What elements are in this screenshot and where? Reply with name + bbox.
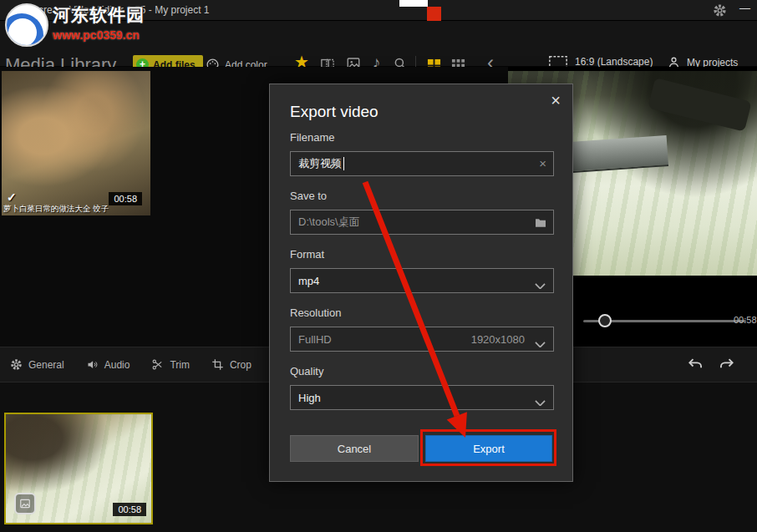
app-window: Icecream Video Editor 1.55 - My project … [0,0,757,532]
save-to-label: Save to [290,190,327,202]
resolution-value: FullHD [298,333,332,346]
playback-total-time: 00:58 [734,315,757,325]
red-marker [427,7,441,21]
quality-value: High [298,392,321,404]
trim-tool-button[interactable]: Trim [151,358,190,371]
save-to-value: D:\tools\桌面 [298,215,360,230]
crop-icon [211,358,224,371]
clip-caption: 萝卜白菜日常的做法大全 饺子 [3,204,149,215]
crop-tool-label: Crop [230,359,251,371]
clip-media-type-icon [14,493,36,514]
timeline-clip-duration-badge: 00:58 [113,503,146,516]
scissors-icon [151,358,164,371]
window-title: Icecream Video Editor 1.55 - My project … [25,4,210,16]
minimize-button[interactable]: — [739,2,750,14]
audio-tool-label: Audio [104,359,130,371]
quality-select[interactable]: High [290,385,554,410]
resolution-label: Resolution [290,307,341,319]
folder-browse-icon[interactable] [534,216,547,230]
resolution-select[interactable]: FullHD 1920x1080 [290,327,554,352]
selected-checkmark-icon: ✓ [7,190,17,204]
filename-label: Filename [290,131,334,144]
aspect-ratio-label: 16:9 (Landscape) [575,56,653,68]
text-cursor [343,157,344,170]
format-value: mp4 [298,275,319,287]
speaker-icon [86,358,99,371]
playback-slider-knob[interactable] [598,314,612,327]
general-tool-button[interactable]: General [10,358,64,371]
cancel-button[interactable]: Cancel [290,435,419,462]
export-button[interactable]: Export [425,435,552,462]
general-tool-label: General [28,359,64,371]
clear-filename-icon[interactable]: × [539,156,546,170]
export-dialog: × Export video Filename 裁剪视频 × Save to D… [269,84,573,482]
dialog-title: Export video [290,103,378,121]
chevron-down-icon [535,279,546,286]
filename-value: 裁剪视频 [298,156,342,171]
trim-tool-label: Trim [170,359,190,371]
undo-icon[interactable] [687,356,704,372]
format-select[interactable]: mp4 [290,268,554,293]
chevron-down-icon [535,337,546,344]
redo-icon[interactable] [719,356,735,372]
filename-input[interactable]: 裁剪视频 × [290,151,554,176]
white-marker [399,0,428,7]
top-toolbar: Media Library + Add files Add color ★ ♪ [0,21,757,67]
timeline-video-clip[interactable]: 00:58 [4,413,153,524]
resolution-size: 1920x1080 [471,333,525,346]
titlebar: Icecream Video Editor 1.55 - My project … [0,0,757,21]
save-to-input[interactable]: D:\tools\桌面 [290,210,554,235]
close-icon[interactable]: × [551,91,561,110]
format-label: Format [290,248,324,261]
settings-gear-icon[interactable] [713,3,727,18]
media-clip-thumbnail[interactable]: ✓ 00:58 萝卜白菜日常的做法大全 饺子 [2,71,150,215]
knife-handle-art [648,78,752,131]
gear-icon [10,358,23,371]
quality-label: Quality [290,365,323,377]
chevron-down-icon [535,396,546,403]
audio-tool-button[interactable]: Audio [86,358,130,371]
crop-tool-button[interactable]: Crop [211,358,251,371]
